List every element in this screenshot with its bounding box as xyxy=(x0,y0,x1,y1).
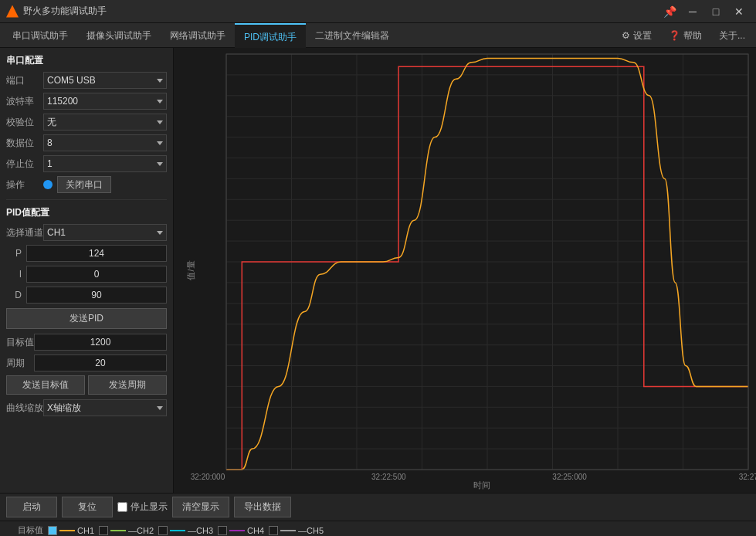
target-label: 目标值 xyxy=(6,336,34,349)
curve-label: 曲线缩放 xyxy=(6,402,43,415)
window-controls: 📌 ─ □ ✕ xyxy=(659,4,750,19)
reset-button[interactable]: 复位 xyxy=(62,497,113,517)
legend-target-ch4[interactable]: CH4 xyxy=(218,526,264,535)
export-button[interactable]: 导出数据 xyxy=(234,497,291,517)
legend-target-ch5[interactable]: —CH5 xyxy=(269,526,324,535)
parity-row: 校验位 无 xyxy=(6,114,167,131)
chart-area: 值/量 1950 1900 1850 1800 1750 1700 1650 1… xyxy=(174,48,756,493)
pid-config-title: PID值配置 xyxy=(6,206,167,219)
menu-right-group: ⚙ 设置 ❓ 帮助 关于... xyxy=(614,23,753,48)
close-serial-button[interactable]: 关闭串口 xyxy=(57,176,111,193)
send-cycle-button[interactable]: 发送周期 xyxy=(88,375,167,395)
op-label: 操作 xyxy=(6,178,43,192)
d-label: D xyxy=(6,290,22,300)
channel-select[interactable]: CH1 CH2 CH3 CH4 CH5 xyxy=(43,224,167,241)
legend-ch2-target-line xyxy=(110,530,126,531)
main-layout: 串口配置 端口 COM5 USB 波特率 115200 校验位 无 数据位 8 xyxy=(0,48,756,493)
legend-ch5-target-check[interactable] xyxy=(269,526,278,535)
pin-button[interactable]: 📌 xyxy=(659,4,680,19)
gear-icon: ⚙ xyxy=(622,23,630,48)
tab-pid[interactable]: PID调试助手 xyxy=(235,23,306,48)
cycle-row: 周期 xyxy=(6,355,167,371)
baud-select[interactable]: 115200 xyxy=(43,93,167,110)
tab-binary[interactable]: 二进制文件编辑器 xyxy=(306,23,398,48)
legend-ch4-target-line xyxy=(229,530,245,531)
title-bar: 野火多功能调试助手 📌 ─ □ ✕ xyxy=(0,0,756,23)
x-axis-title: 时间 xyxy=(473,480,490,491)
d-input[interactable] xyxy=(26,287,167,304)
connection-led xyxy=(43,180,53,189)
app-title: 野火多功能调试助手 xyxy=(23,5,659,18)
menu-bar: 串口调试助手 摄像头调试助手 网络调试助手 PID调试助手 二进制文件编辑器 ⚙… xyxy=(0,23,756,48)
y-axis-title: 值/量 xyxy=(185,260,197,280)
stop-display-group: 停止显示 xyxy=(117,500,168,514)
legend-target-ch3[interactable]: —CH3 xyxy=(158,526,213,535)
legend-area: 目标值 CH1 —CH2 —CH3 CH4 —CH5 实际值 xyxy=(0,521,756,536)
legend-ch5-target-name: —CH5 xyxy=(298,526,324,535)
operation-row: 操作 关闭串口 xyxy=(6,176,167,193)
legend-ch4-target-check[interactable] xyxy=(218,526,227,535)
legend-ch3-target-name: —CH3 xyxy=(188,526,213,535)
minimize-button[interactable]: ─ xyxy=(682,4,703,19)
p-row: P xyxy=(6,245,167,262)
baud-row: 波特率 115200 xyxy=(6,93,167,110)
about-button[interactable]: 关于... xyxy=(711,23,753,48)
d-row: D xyxy=(6,287,167,304)
legend-target-label: 目标值 xyxy=(6,524,43,536)
port-label: 端口 xyxy=(6,74,43,87)
i-label: I xyxy=(6,269,22,280)
stop-display-label: 停止显示 xyxy=(131,500,168,514)
legend-target-ch2[interactable]: —CH2 xyxy=(99,526,154,535)
stop-select[interactable]: 1 xyxy=(43,155,167,172)
curve-row: 曲线缩放 X轴缩放 Y轴缩放 XY轴缩放 xyxy=(6,399,167,416)
data-select[interactable]: 8 xyxy=(43,134,167,151)
legend-ch2-target-name: —CH2 xyxy=(128,526,154,535)
stop-display-checkbox[interactable] xyxy=(117,502,127,512)
tab-camera[interactable]: 摄像头调试助手 xyxy=(77,23,161,48)
baud-label: 波特率 xyxy=(6,95,43,108)
channel-label: 选择通道 xyxy=(6,226,43,239)
legend-ch1-target-line xyxy=(59,530,75,531)
start-button[interactable]: 启动 xyxy=(6,497,57,517)
data-label: 数据位 xyxy=(6,137,43,150)
data-row: 数据位 8 xyxy=(6,134,167,151)
legend-ch5-target-line xyxy=(280,530,296,531)
legend-target-row: 目标值 CH1 —CH2 —CH3 CH4 —CH5 xyxy=(6,524,750,536)
clear-button[interactable]: 清空显示 xyxy=(172,497,229,517)
target-input[interactable] xyxy=(34,334,167,351)
legend-ch2-target-check[interactable] xyxy=(99,526,108,535)
curve-select[interactable]: X轴缩放 Y轴缩放 XY轴缩放 xyxy=(43,399,167,416)
parity-select[interactable]: 无 xyxy=(43,114,167,131)
i-row: I xyxy=(6,266,167,283)
send-pid-button[interactable]: 发送PID xyxy=(6,308,167,329)
port-row: 端口 COM5 USB xyxy=(6,72,167,89)
channel-row: 选择通道 CH1 CH2 CH3 CH4 CH5 xyxy=(6,224,167,241)
p-input[interactable] xyxy=(26,245,167,262)
legend-ch3-target-check[interactable] xyxy=(158,526,168,535)
send-target-button[interactable]: 发送目标值 xyxy=(6,375,85,395)
stop-label: 停止位 xyxy=(6,158,43,171)
x-axis-labels: 32:20:000 32:22:500 32:25:000 32:27:500 … xyxy=(208,470,756,493)
main-chart xyxy=(174,48,756,493)
settings-button[interactable]: ⚙ 设置 xyxy=(614,23,659,48)
bottom-toolbar: 启动 复位 停止显示 清空显示 导出数据 xyxy=(0,493,756,521)
help-button[interactable]: ❓ 帮助 xyxy=(661,23,710,48)
legend-target-ch1[interactable]: CH1 xyxy=(48,526,94,535)
parity-label: 校验位 xyxy=(6,116,43,129)
maximize-button[interactable]: □ xyxy=(705,4,727,19)
i-input[interactable] xyxy=(26,266,167,283)
target-row: 目标值 xyxy=(6,334,167,351)
p-label: P xyxy=(6,248,22,259)
send-actions: 发送目标值 发送周期 xyxy=(6,375,167,395)
cycle-label: 周期 xyxy=(6,357,34,370)
serial-config-title: 串口配置 xyxy=(6,54,167,67)
cycle-input[interactable] xyxy=(34,355,167,371)
legend-ch1-target-check[interactable] xyxy=(48,526,57,535)
app-icon xyxy=(6,5,19,18)
tab-network[interactable]: 网络调试助手 xyxy=(161,23,235,48)
close-button[interactable]: ✕ xyxy=(728,4,750,19)
port-select[interactable]: COM5 USB xyxy=(43,72,167,89)
legend-ch1-target-name: CH1 xyxy=(77,526,94,535)
tab-serial[interactable]: 串口调试助手 xyxy=(3,23,77,48)
divider-1 xyxy=(6,199,167,200)
